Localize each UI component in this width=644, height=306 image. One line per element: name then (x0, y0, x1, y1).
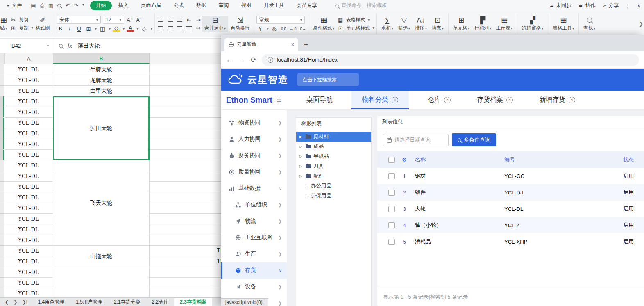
font-family-select[interactable]: 宋体▾ (57, 16, 101, 24)
paste-button[interactable]: ▦贴▾ (0, 16, 10, 32)
decrease-indent-icon[interactable]: ⇤ (185, 16, 193, 23)
column-header-b[interactable]: B (53, 53, 150, 64)
sidebar-item-存货[interactable]: 存货∨ (221, 262, 287, 279)
grid-cell-c[interactable]: F (150, 171, 230, 182)
row-header[interactable] (0, 96, 4, 107)
rows-cols-button[interactable]: ▛行和列▾ (472, 16, 494, 32)
grid-cell-c[interactable]: TS山 (150, 246, 230, 256)
menu-tab-页面布局[interactable]: 页面布局 (135, 1, 167, 10)
copy-button[interactable]: ⊞复制▾ (10, 25, 33, 31)
conditional-format-button[interactable]: ▦条件格式▾ (311, 16, 337, 32)
grid-cell-c[interactable]: B (150, 107, 230, 118)
fx-icon[interactable]: fx (68, 42, 72, 49)
new-tab-icon[interactable]: + (304, 41, 308, 49)
row-header[interactable] (0, 182, 4, 192)
grid-cell-a[interactable]: YCL-DL (4, 192, 53, 203)
menu-tab-数据[interactable]: 数据 (190, 1, 212, 10)
grid-cell-a[interactable]: YCL-DL (4, 96, 53, 107)
table-row[interactable]: 1钢材YCL-GC启用 (377, 168, 644, 184)
nav-tab-仓库[interactable]: 仓库× (420, 91, 458, 109)
grid-cell-a[interactable]: YCL-DL (4, 118, 53, 128)
tree-item-半成品[interactable]: ▷半成品 (296, 151, 371, 161)
gear-icon[interactable]: ⚙ (402, 156, 407, 163)
undo-icon[interactable]: ↶ (65, 2, 70, 9)
currency-icon[interactable]: ¥ (256, 25, 264, 32)
nav-tab-新增存货[interactable]: 新增存货× (532, 91, 583, 109)
column-header-name[interactable]: 名称 (414, 156, 504, 163)
sidebar-item-质量协同[interactable]: 质量协同❯ (221, 164, 287, 180)
align-right-icon[interactable] (176, 25, 183, 31)
collaborate-button[interactable]: ☻协作 (578, 2, 596, 9)
sync-status[interactable]: ☁未同步 (549, 2, 571, 9)
tree-item-配件[interactable]: ▷配件 (296, 171, 371, 181)
grid-cell-c[interactable]: B (150, 118, 230, 128)
print-icon[interactable]: ▥ (48, 2, 53, 9)
tab-close-icon[interactable]: × (392, 97, 398, 103)
grid-cell-a[interactable]: YCL-DL (4, 203, 53, 214)
grid-cell-c[interactable]: FT (150, 235, 230, 246)
row-header[interactable] (0, 235, 4, 246)
grid-cell-a[interactable]: YCL-DL (4, 160, 53, 171)
grid-cell-b[interactable]: 龙牌大轮 (53, 75, 150, 86)
row-header[interactable] (0, 171, 4, 182)
tab-close-icon[interactable]: × (569, 97, 575, 103)
increase-font-icon[interactable]: A⁺ (126, 16, 134, 23)
menu-tab-开发工具[interactable]: 开发工具 (258, 1, 290, 10)
reload-icon[interactable]: ⟳ (251, 56, 256, 64)
formula-input[interactable]: 滨田大轮 (78, 42, 100, 50)
grid-cell-a[interactable]: YCL-DL (4, 64, 53, 75)
find-button[interactable]: 查找▾ (581, 16, 598, 32)
multi-condition-query-button[interactable]: 多条件查询 (452, 133, 496, 146)
grid-cell-a[interactable]: YCL-DL (4, 224, 53, 235)
tree-item-办公用品[interactable]: 办公用品 (296, 181, 371, 191)
cell-name-box[interactable]: B42▾ (0, 39, 53, 53)
sheet-next-icon[interactable]: ❯ (14, 299, 17, 305)
row-checkbox[interactable] (388, 239, 395, 245)
table-row[interactable]: 5消耗品YCL-XHP启用 (377, 233, 644, 250)
sidebar-item-财务协同[interactable]: 财务协同❯ (221, 147, 287, 164)
site-info-icon[interactable]: i (268, 57, 273, 63)
sheet-last-icon[interactable]: ❯| (22, 299, 27, 305)
zoom-formula-icon[interactable] (59, 44, 63, 48)
grid-cell-c[interactable]: BF (150, 128, 230, 139)
grid-cell-b[interactable] (53, 267, 150, 299)
column-header-code[interactable]: 编号 (504, 156, 623, 163)
tab-close-icon[interactable]: × (291, 41, 294, 48)
align-middle-icon[interactable] (166, 16, 174, 23)
wrap-text-button[interactable]: ⇲自动换行 (228, 16, 252, 32)
grid-cell-b[interactable]: 山拖大轮 (53, 246, 150, 267)
table-tools-button[interactable]: ▦表格工具▾ (550, 16, 576, 32)
nav-tab-存货档案[interactable]: 存货档案× (469, 91, 520, 109)
grid-cell-b[interactable]: 牛牌大轮 (53, 64, 150, 75)
sort-button[interactable]: A↓排序▾ (413, 16, 429, 32)
align-top-icon[interactable] (157, 16, 164, 23)
grid-cell-c[interactable]: NE (150, 64, 230, 75)
grid-cell-c[interactable]: 大 (150, 75, 230, 86)
row-header[interactable] (0, 128, 4, 139)
row-header[interactable] (0, 150, 4, 160)
more-menu-icon[interactable]: ⋮ (625, 2, 630, 9)
fill-color-button[interactable]: ◇ (113, 26, 120, 32)
eraser-icon[interactable]: ◇ (141, 25, 148, 32)
row-header[interactable] (0, 139, 4, 150)
font-color-button[interactable]: A (127, 26, 134, 32)
file-menu[interactable]: ≡文件 (3, 2, 25, 9)
row-header[interactable] (0, 75, 4, 86)
sheet-tab-2.3存货档案[interactable]: 2.3存货档案 (174, 298, 212, 306)
tab-close-icon[interactable]: × (444, 97, 451, 103)
collapse-ribbon-icon[interactable]: ∧ (637, 2, 641, 9)
tree-item-原材料[interactable]: ▶原材料 (296, 132, 371, 142)
row-header[interactable] (0, 278, 4, 288)
row-header[interactable] (0, 246, 4, 256)
grid-cell-a[interactable]: YCL-DL (4, 278, 53, 288)
distribute-icon[interactable]: ⇿ (195, 25, 202, 31)
table-row[interactable]: 3大轮YCL-DL启用 (377, 201, 644, 217)
grid-cell-b-selected[interactable]: 滨田大轮 (53, 96, 150, 160)
grid-cell-c[interactable]: 丨 (150, 86, 230, 96)
increase-indent-icon[interactable]: ⇥ (195, 16, 202, 23)
column-header-status[interactable]: 状态 (623, 156, 644, 163)
hamburger-icon[interactable]: ☰ (277, 96, 282, 104)
grid-cell-a[interactable]: YCL-DL (4, 139, 53, 150)
select-all-checkbox[interactable] (388, 157, 395, 163)
expander-open-icon[interactable]: ▶ (299, 135, 303, 139)
